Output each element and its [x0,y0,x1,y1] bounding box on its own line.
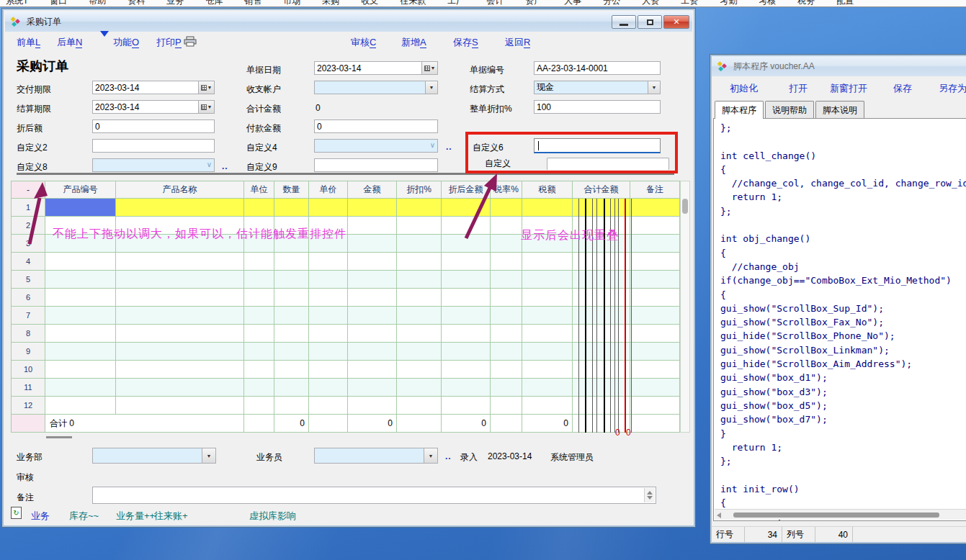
grid-cell[interactable] [522,289,573,307]
tab-help[interactable]: 说明帮助 [765,101,814,118]
grid-cell[interactable] [491,361,522,379]
row-number[interactable]: 9 [11,343,45,361]
grid-cell[interactable] [442,343,491,361]
grid-cell[interactable] [397,217,442,235]
grid-cell[interactable] [244,271,274,289]
payment-input[interactable]: 0 [314,119,438,133]
grid-cell[interactable] [116,361,244,379]
po-titlebar[interactable]: ◆◆◆ 采购订单 ✕ [5,12,692,32]
grid-cell[interactable] [348,235,397,253]
grid-cell[interactable] [116,271,244,289]
custom9-input[interactable] [314,158,438,172]
grid-cell[interactable] [442,253,491,271]
grid-cell[interactable] [397,235,442,253]
menu-item[interactable]: 税务 [797,0,815,6]
restore-button[interactable] [638,15,662,29]
custom8-combo[interactable]: ∨ [92,158,215,172]
grid-cell[interactable] [491,235,522,253]
script-titlebar[interactable]: ◆◆◆ 脚本程序 voucher.AA [712,56,966,76]
grid-cell[interactable] [397,361,442,379]
grid-cell[interactable] [522,307,573,325]
grid-cell[interactable] [348,253,397,271]
grid-cell[interactable] [45,397,116,415]
bottom-link[interactable]: 业务 [31,510,50,523]
pay-account-combo[interactable]: ▼ [314,81,438,94]
grid-cell[interactable] [630,253,680,271]
grid-cell[interactable] [274,361,309,379]
menu-item[interactable]: 工资 [681,0,698,6]
dropdown-arrow-icon[interactable]: ▼ [424,448,437,463]
open-new-window-button[interactable]: 新窗打开 [830,82,867,95]
grid-cell[interactable] [309,271,348,289]
row-number[interactable]: 11 [11,379,45,397]
grid-cell[interactable] [244,379,274,397]
row-number[interactable]: 3 [11,235,45,253]
remark-spinner[interactable] [644,488,655,502]
grid-cell[interactable] [348,397,397,415]
grid-cell[interactable] [491,379,522,397]
new-button[interactable]: 新增A [401,36,426,49]
grid-cell[interactable] [397,307,442,325]
grid-cell[interactable] [45,199,116,217]
grid-cell[interactable] [45,379,116,397]
grid-cell[interactable] [309,253,348,271]
row-number[interactable]: 2 [11,217,45,235]
grid-cell[interactable] [274,397,309,415]
chevron-down-icon[interactable]: ∨ [207,161,212,168]
grid-cell[interactable] [348,271,397,289]
grid-cell[interactable] [274,325,309,343]
grid-cell[interactable] [244,199,274,217]
grid-cell[interactable] [630,271,680,289]
menu-item[interactable]: 配置 [836,0,854,6]
grid-cell[interactable] [573,379,630,397]
grid-cell[interactable] [522,343,573,361]
splitter-handle[interactable] [46,436,72,438]
grid-cell[interactable] [573,397,630,415]
menu-item[interactable]: 往来款 [400,0,426,6]
grid-cell[interactable] [630,199,680,217]
grid-cell[interactable] [397,289,442,307]
grid-cell[interactable] [309,361,348,379]
grid-cell[interactable] [630,379,680,397]
grid-cell[interactable] [309,199,348,217]
grid-cell[interactable] [491,343,522,361]
function-button[interactable]: 功能O [113,36,139,49]
grid-cell[interactable] [45,253,116,271]
grid-cell[interactable] [397,397,442,415]
chevron-down-icon[interactable]: ∨ [430,141,435,149]
custom6-input[interactable] [534,138,661,153]
settle-date-input[interactable]: 2023-03-14 ▼ [92,100,215,114]
grid-cell[interactable] [491,289,522,307]
grid-cell[interactable] [274,289,309,307]
grid-cell[interactable] [244,343,274,361]
bottom-link[interactable]: 业务量++ [116,510,155,523]
grid-cell[interactable] [573,307,630,325]
grid-cell[interactable] [442,361,491,379]
grid-cell[interactable] [45,307,116,325]
grid-cell[interactable] [309,289,348,307]
return-button[interactable]: 返回R [505,36,530,49]
row-number[interactable]: 5 [11,271,45,289]
custom2-input[interactable] [92,139,215,153]
row-number[interactable]: 1 [11,199,45,217]
menu-item[interactable]: 采购 [322,0,339,6]
menu-item[interactable]: 市场 [283,0,300,6]
menu-item[interactable]: 窗口 [50,0,67,6]
after-discount-input[interactable]: 0 [92,119,215,133]
grid-cell[interactable] [630,397,680,415]
grid-cell[interactable] [309,397,348,415]
grid-cell[interactable] [348,343,397,361]
dropdown-arrow-icon[interactable]: ▼ [425,81,437,94]
grid-cell[interactable] [573,253,630,271]
menu-item[interactable]: 分公 [603,0,620,6]
grid-cell[interactable] [244,307,274,325]
code-editor[interactable]: }; int cell_change() { //change_col, cha… [713,118,966,521]
overlapped-custom-input[interactable] [547,158,669,170]
grid-cell[interactable] [309,325,348,343]
grid-cell[interactable] [442,289,491,307]
grid-cell[interactable] [573,343,630,361]
grid-cell[interactable] [442,199,491,217]
dropdown-arrow-icon[interactable]: ▼ [648,81,660,94]
bottom-link[interactable]: 虚拟库影响 [249,510,296,523]
custom8-more-button[interactable]: .. [222,161,228,171]
